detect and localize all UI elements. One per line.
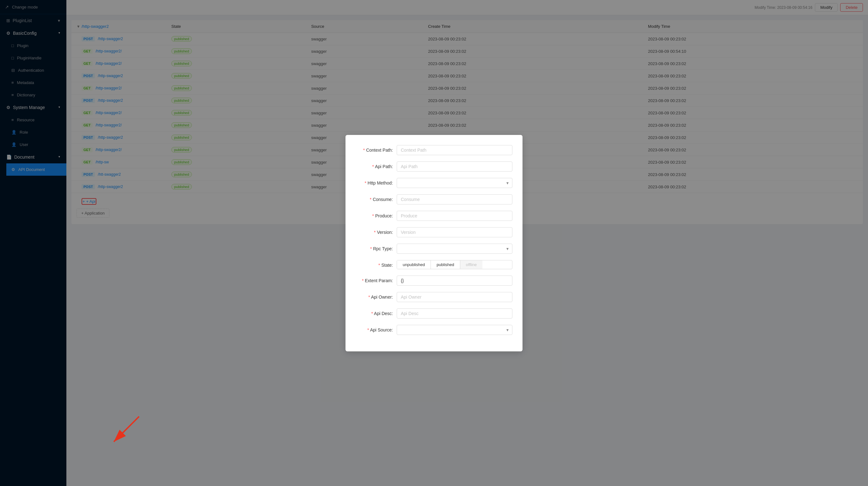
- form-row-produce: * Produce:: [355, 211, 513, 221]
- modal-overlay[interactable]: * Context Path: * Api Path: * Http Metho…: [0, 0, 868, 486]
- consume-input[interactable]: [397, 194, 513, 204]
- form-row-rpc-type: * Rpc Type: http dubbo: [355, 244, 513, 254]
- api-desc-input[interactable]: [397, 309, 513, 319]
- form-row-api-owner: * Api Owner:: [355, 292, 513, 302]
- api-owner-input[interactable]: [397, 292, 513, 302]
- http-method-select[interactable]: GET POST PUT DELETE: [397, 178, 513, 188]
- state-offline-btn[interactable]: offline: [460, 260, 483, 269]
- red-arrow-annotation: [89, 410, 152, 448]
- state-unpublished-btn[interactable]: unpublished: [397, 260, 431, 269]
- form-row-consume: * Consume:: [355, 194, 513, 204]
- api-path-input[interactable]: [397, 161, 513, 171]
- form-row-version: * Version:: [355, 227, 513, 237]
- state-button-group: unpublished published offline: [397, 260, 513, 269]
- produce-input[interactable]: [397, 211, 513, 221]
- state-published-btn[interactable]: published: [431, 260, 460, 269]
- extent-param-input[interactable]: [397, 276, 513, 286]
- form-row-http-method: * Http Method: GET POST PUT DELETE: [355, 178, 513, 188]
- form-row-api-source: * Api Source: swagger manual: [355, 325, 513, 335]
- version-input[interactable]: [397, 227, 513, 237]
- form-row-api-path: * Api Path:: [355, 161, 513, 171]
- modal-dialog: * Context Path: * Api Path: * Http Metho…: [345, 135, 523, 351]
- rpc-type-select[interactable]: http dubbo: [397, 244, 513, 254]
- api-source-select[interactable]: swagger manual: [397, 325, 513, 335]
- form-row-state: * State: unpublished published offline: [355, 260, 513, 269]
- form-row-context-path: * Context Path:: [355, 145, 513, 155]
- context-path-input[interactable]: [397, 145, 513, 155]
- form-row-api-desc: * Api Desc:: [355, 309, 513, 319]
- form-row-extent-param: * Extent Param:: [355, 276, 513, 286]
